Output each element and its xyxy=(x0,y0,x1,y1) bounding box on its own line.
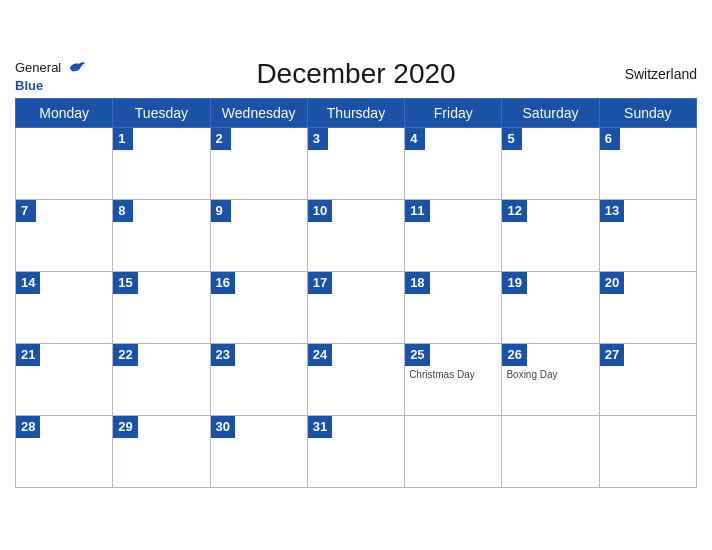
weekday-header-sunday: Sunday xyxy=(599,98,696,127)
calendar-week-row: 14151617181920 xyxy=(16,271,697,343)
calendar-day-cell: 23 xyxy=(210,343,307,415)
holiday-label: Boxing Day xyxy=(502,366,598,383)
logo-bird-icon xyxy=(68,60,86,74)
day-number-empty xyxy=(405,416,425,420)
calendar-day-cell: 18 xyxy=(405,271,502,343)
calendar-day-cell xyxy=(502,415,599,487)
weekday-header-saturday: Saturday xyxy=(502,98,599,127)
calendar-day-cell: 15 xyxy=(113,271,210,343)
day-number: 8 xyxy=(113,200,133,222)
day-number: 10 xyxy=(308,200,332,222)
calendar-day-cell: 30 xyxy=(210,415,307,487)
day-number: 16 xyxy=(211,272,235,294)
day-number: 20 xyxy=(600,272,624,294)
day-number: 24 xyxy=(308,344,332,366)
day-number-empty xyxy=(16,128,36,132)
calendar-day-cell: 6 xyxy=(599,127,696,199)
calendar-week-row: 2122232425Christmas Day26Boxing Day27 xyxy=(16,343,697,415)
calendar-day-cell: 4 xyxy=(405,127,502,199)
day-number: 1 xyxy=(113,128,133,150)
day-number: 15 xyxy=(113,272,137,294)
day-number: 17 xyxy=(308,272,332,294)
calendar-day-cell: 29 xyxy=(113,415,210,487)
calendar-week-row: 78910111213 xyxy=(16,199,697,271)
calendar-day-cell: 22 xyxy=(113,343,210,415)
calendar-header: General Blue December 2020 Switzerland xyxy=(15,58,697,90)
day-number: 14 xyxy=(16,272,40,294)
day-number: 9 xyxy=(211,200,231,222)
logo-general-text: General xyxy=(15,60,61,75)
calendar-day-cell: 31 xyxy=(307,415,404,487)
calendar-tbody: 1234567891011121314151617181920212223242… xyxy=(16,127,697,487)
day-number: 12 xyxy=(502,200,526,222)
calendar-wrapper: General Blue December 2020 Switzerland M… xyxy=(0,48,712,503)
calendar-day-cell: 25Christmas Day xyxy=(405,343,502,415)
day-number: 5 xyxy=(502,128,522,150)
calendar-day-cell: 11 xyxy=(405,199,502,271)
calendar-day-cell: 20 xyxy=(599,271,696,343)
calendar-day-cell: 27 xyxy=(599,343,696,415)
calendar-thead: MondayTuesdayWednesdayThursdayFridaySatu… xyxy=(16,98,697,127)
day-number: 22 xyxy=(113,344,137,366)
day-number: 7 xyxy=(16,200,36,222)
weekday-header-monday: Monday xyxy=(16,98,113,127)
calendar-day-cell: 5 xyxy=(502,127,599,199)
day-number: 23 xyxy=(211,344,235,366)
weekday-header-thursday: Thursday xyxy=(307,98,404,127)
calendar-day-cell: 21 xyxy=(16,343,113,415)
calendar-day-cell xyxy=(599,415,696,487)
day-number: 25 xyxy=(405,344,429,366)
calendar-day-cell: 24 xyxy=(307,343,404,415)
calendar-day-cell: 8 xyxy=(113,199,210,271)
weekday-header-row: MondayTuesdayWednesdayThursdayFridaySatu… xyxy=(16,98,697,127)
day-number: 26 xyxy=(502,344,526,366)
calendar-day-cell xyxy=(16,127,113,199)
calendar-day-cell: 16 xyxy=(210,271,307,343)
calendar-day-cell: 2 xyxy=(210,127,307,199)
day-number: 11 xyxy=(405,200,429,222)
weekday-header-wednesday: Wednesday xyxy=(210,98,307,127)
calendar-day-cell: 28 xyxy=(16,415,113,487)
day-number: 28 xyxy=(16,416,40,438)
day-number: 6 xyxy=(600,128,620,150)
day-number: 13 xyxy=(600,200,624,222)
calendar-day-cell: 1 xyxy=(113,127,210,199)
logo-container: General Blue xyxy=(15,58,86,94)
calendar-day-cell: 17 xyxy=(307,271,404,343)
calendar-table: MondayTuesdayWednesdayThursdayFridaySatu… xyxy=(15,98,697,488)
calendar-day-cell: 7 xyxy=(16,199,113,271)
weekday-header-tuesday: Tuesday xyxy=(113,98,210,127)
calendar-day-cell: 12 xyxy=(502,199,599,271)
calendar-day-cell: 3 xyxy=(307,127,404,199)
calendar-day-cell: 19 xyxy=(502,271,599,343)
logo-blue-text: Blue xyxy=(15,78,43,93)
logo-text: General Blue xyxy=(15,58,86,94)
day-number: 19 xyxy=(502,272,526,294)
day-number: 4 xyxy=(405,128,425,150)
calendar-title: December 2020 xyxy=(256,58,455,90)
day-number: 21 xyxy=(16,344,40,366)
holiday-label: Christmas Day xyxy=(405,366,501,383)
calendar-day-cell: 14 xyxy=(16,271,113,343)
day-number: 2 xyxy=(211,128,231,150)
calendar-day-cell: 26Boxing Day xyxy=(502,343,599,415)
day-number-empty xyxy=(502,416,522,420)
day-number: 29 xyxy=(113,416,137,438)
calendar-day-cell: 13 xyxy=(599,199,696,271)
calendar-day-cell: 9 xyxy=(210,199,307,271)
day-number: 18 xyxy=(405,272,429,294)
calendar-day-cell: 10 xyxy=(307,199,404,271)
logo-area: General Blue xyxy=(15,58,86,94)
day-number: 31 xyxy=(308,416,332,438)
calendar-day-cell xyxy=(405,415,502,487)
day-number-empty xyxy=(600,416,620,420)
weekday-header-friday: Friday xyxy=(405,98,502,127)
country-label: Switzerland xyxy=(625,66,697,82)
calendar-week-row: 123456 xyxy=(16,127,697,199)
day-number: 3 xyxy=(308,128,328,150)
day-number: 27 xyxy=(600,344,624,366)
day-number: 30 xyxy=(211,416,235,438)
calendar-week-row: 28293031 xyxy=(16,415,697,487)
